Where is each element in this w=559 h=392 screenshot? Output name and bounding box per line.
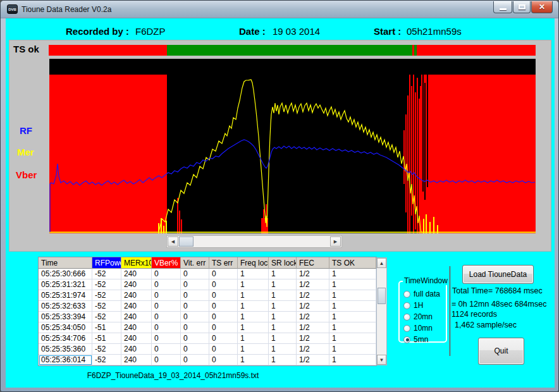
table-cell[interactable]: 0 xyxy=(152,301,181,312)
scroll-right-arrow-icon[interactable]: ► xyxy=(330,236,341,247)
table-cell[interactable]: 1/2 xyxy=(297,355,329,365)
table-cell[interactable]: -52 xyxy=(92,269,121,279)
title-bar[interactable]: DVB Tioune Data Reader V0.2a xyxy=(1,1,558,18)
table-cell[interactable]: 05:25:35:360 xyxy=(39,344,92,355)
table-cell[interactable]: 0 xyxy=(209,355,238,365)
table-cell[interactable]: 1 xyxy=(238,290,269,301)
scroll-down-arrow-icon[interactable]: ▼ xyxy=(377,355,386,365)
table-cell[interactable]: 1 xyxy=(269,355,297,365)
table-cell[interactable]: 0 xyxy=(209,279,238,290)
table-cell[interactable]: 1 xyxy=(329,333,376,344)
table-cell[interactable]: 240 xyxy=(121,322,152,333)
radio-option-1h[interactable]: 1H xyxy=(403,301,423,310)
table-cell[interactable]: 1 xyxy=(329,290,376,301)
radio-icon[interactable] xyxy=(403,314,410,321)
table-cell[interactable]: 1 xyxy=(238,279,269,290)
table-cell[interactable]: 240 xyxy=(121,269,152,279)
table-cell[interactable]: 1/2 xyxy=(297,301,329,312)
chart-horizontal-scrollbar[interactable]: ◄ ► xyxy=(166,235,342,248)
radio-icon[interactable] xyxy=(403,291,410,298)
table-cell[interactable]: 0 xyxy=(181,269,209,279)
table-cell[interactable]: 240 xyxy=(121,312,152,322)
table-cell[interactable]: 0 xyxy=(181,279,209,290)
table-cell[interactable]: 240 xyxy=(121,301,152,312)
table-cell[interactable]: 05:25:34:050 xyxy=(39,322,92,333)
table-cell[interactable]: 0 xyxy=(181,290,209,301)
table-cell[interactable]: 05:25:31:974 xyxy=(39,290,92,301)
table-cell[interactable]: 1 xyxy=(238,312,269,322)
table-cell[interactable]: 240 xyxy=(121,290,152,301)
table-cell[interactable]: 1 xyxy=(329,301,376,312)
table-header-cell[interactable]: RFPower xyxy=(92,257,121,269)
table-cell[interactable]: 05:25:34:706 xyxy=(39,333,92,344)
data-table[interactable]: TimeRFPowerMERx10VBer%Vit. errTS errFreq… xyxy=(38,257,377,366)
table-cell[interactable]: 0 xyxy=(181,322,209,333)
quit-button[interactable]: Quit xyxy=(478,338,524,365)
table-cell[interactable]: 0 xyxy=(152,279,181,290)
table-cell[interactable]: 1 xyxy=(238,322,269,333)
table-cell[interactable]: 1 xyxy=(269,333,297,344)
table-cell[interactable]: -52 xyxy=(92,344,121,355)
table-cell[interactable]: 1/2 xyxy=(297,269,329,279)
table-header-cell[interactable]: FEC xyxy=(297,257,329,269)
table-cell[interactable]: 1 xyxy=(329,355,376,365)
radio-option-20mn[interactable]: 20mn xyxy=(403,312,433,321)
table-cell[interactable]: 240 xyxy=(121,355,152,365)
table-cell[interactable]: 1 xyxy=(269,269,297,279)
table-cell[interactable]: 1/2 xyxy=(297,322,329,333)
table-cell[interactable]: 05:25:32:633 xyxy=(39,301,92,312)
table-cell[interactable]: 1 xyxy=(238,333,269,344)
table-cell[interactable]: 1 xyxy=(269,301,297,312)
table-cell[interactable]: 1 xyxy=(269,312,297,322)
table-cell[interactable]: -51 xyxy=(92,333,121,344)
table-cell[interactable]: 0 xyxy=(209,344,238,355)
table-cell[interactable]: 0 xyxy=(152,355,181,365)
table-cell[interactable]: -52 xyxy=(92,301,121,312)
table-cell[interactable]: 1/2 xyxy=(297,344,329,355)
table-cell[interactable]: -52 xyxy=(92,279,121,290)
table-cell[interactable]: 05:25:36:014 xyxy=(39,355,92,365)
table-cell[interactable]: 0 xyxy=(209,333,238,344)
table-cell[interactable]: 1/2 xyxy=(297,279,329,290)
table-cell[interactable]: 0 xyxy=(209,322,238,333)
radio-icon[interactable] xyxy=(403,336,410,343)
close-button[interactable]: ✕ xyxy=(531,1,553,13)
table-header-cell[interactable]: Vit. err xyxy=(181,257,209,269)
scrollbar-thumb[interactable] xyxy=(378,288,386,304)
table-vertical-scrollbar[interactable]: ▲ ▼ xyxy=(376,257,387,365)
table-cell[interactable]: 1 xyxy=(238,269,269,279)
table-header-cell[interactable]: SR lock xyxy=(269,257,297,269)
table-cell[interactable]: 1 xyxy=(329,322,376,333)
radio-option-10mn[interactable]: 10mn xyxy=(403,324,433,333)
radio-option-full-data[interactable]: full data xyxy=(403,290,440,298)
table-header-cell[interactable]: TS err xyxy=(209,257,238,269)
table-cell[interactable]: 1/2 xyxy=(297,290,329,301)
radio-icon[interactable] xyxy=(403,302,410,309)
table-header-cell[interactable]: MERx10 xyxy=(121,257,152,269)
table-cell[interactable]: 1 xyxy=(329,312,376,322)
scroll-left-arrow-icon[interactable]: ◄ xyxy=(168,236,178,247)
radio-icon[interactable] xyxy=(403,325,410,332)
table-cell[interactable]: 0 xyxy=(181,301,209,312)
table-cell[interactable]: 0 xyxy=(209,312,238,322)
maximize-button[interactable] xyxy=(513,1,531,13)
minimize-button[interactable] xyxy=(493,1,512,13)
table-cell[interactable]: 0 xyxy=(181,344,209,355)
table-cell[interactable]: 240 xyxy=(121,333,152,344)
table-cell[interactable]: -52 xyxy=(92,290,121,301)
table-cell[interactable]: -52 xyxy=(92,312,121,322)
table-header-cell[interactable]: TS OK xyxy=(329,257,376,269)
table-header-cell[interactable]: Freq lock xyxy=(238,257,269,269)
table-cell[interactable]: 1 xyxy=(269,322,297,333)
table-cell[interactable]: 1 xyxy=(238,355,269,365)
table-cell[interactable]: 240 xyxy=(121,344,152,355)
table-cell[interactable]: 0 xyxy=(152,333,181,344)
table-cell[interactable]: 0 xyxy=(152,290,181,301)
table-cell[interactable]: 0 xyxy=(181,333,209,344)
table-cell[interactable]: 05:25:33:394 xyxy=(39,312,92,322)
table-cell[interactable]: 0 xyxy=(181,312,209,322)
scroll-up-arrow-icon[interactable]: ▲ xyxy=(377,258,386,268)
table-header-cell[interactable]: Time xyxy=(39,257,92,269)
load-tioune-data-button[interactable]: Load TiouneData xyxy=(462,265,534,284)
table-cell[interactable]: 1 xyxy=(329,344,376,355)
